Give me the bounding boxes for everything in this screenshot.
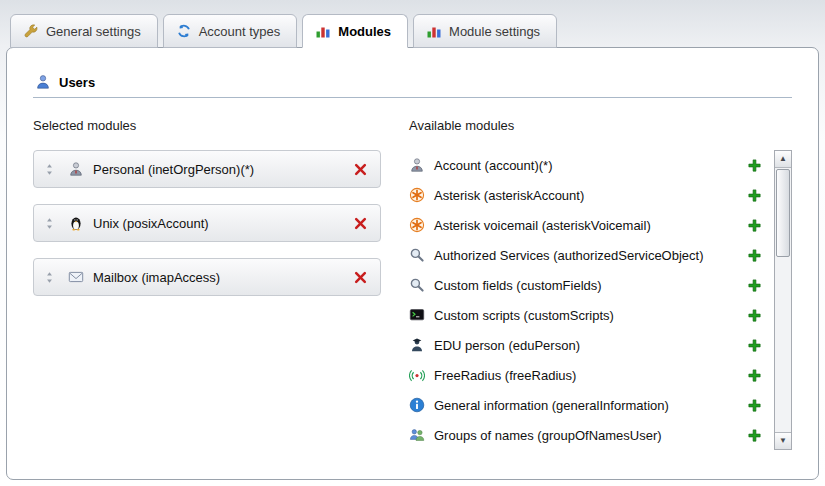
scrollbar-track[interactable] [775,168,791,432]
wrench-icon [23,23,39,39]
available-module-label: Custom scripts (customScripts) [434,308,738,323]
tab-general-settings[interactable]: General settings [10,14,158,48]
plus-icon [747,428,762,443]
person-icon [409,157,425,173]
available-module-label: Account (account)(*) [434,158,738,173]
tab-label: Module settings [449,24,540,39]
available-module-account: Account (account)(*) [409,150,762,180]
available-module-edu-person: EDU person (eduPerson) [409,330,762,360]
delete-x-icon [353,216,368,231]
vertical-scrollbar[interactable]: ▲ ▼ [774,150,792,450]
add-module-button[interactable] [747,308,762,323]
plus-icon [747,338,762,353]
penguin-icon [68,215,84,231]
add-module-button[interactable] [747,278,762,293]
delete-x-icon [353,162,368,177]
selected-module-label: Personal (inetOrgPerson)(*) [93,162,254,177]
available-module-label: FreeRadius (freeRadius) [434,368,738,383]
chart-icon [426,23,442,39]
available-module-authorized-services: Authorized Services (authorizedServiceOb… [409,240,762,270]
magnifier-icon [409,277,425,293]
tab-module-settings[interactable]: Module settings [413,14,557,48]
plus-icon [747,278,762,293]
available-module-label: General information (generalInformation) [434,398,738,413]
tab-label: Account types [199,24,281,39]
add-module-button[interactable] [747,248,762,263]
add-module-button[interactable] [747,338,762,353]
mail-icon [68,269,84,285]
available-module-general-information: General information (generalInformation) [409,390,762,420]
available-module-custom-fields: Custom fields (customFields) [409,270,762,300]
available-module-label: Authorized Services (authorizedServiceOb… [434,248,738,263]
selected-module-personal[interactable]: Personal (inetOrgPerson)(*) [33,150,381,188]
delete-x-icon [353,270,368,285]
available-module-asterisk: Asterisk (asteriskAccount) [409,180,762,210]
add-module-button[interactable] [747,368,762,383]
plus-icon [747,218,762,233]
remove-module-button[interactable] [353,270,368,285]
plus-icon [747,368,762,383]
plus-icon [747,248,762,263]
tab-account-types[interactable]: Account types [163,14,298,48]
selected-module-label: Unix (posixAccount) [93,216,209,231]
plus-icon [747,398,762,413]
available-module-asterisk-voicemail: Asterisk voicemail (asteriskVoicemail) [409,210,762,240]
available-modules-column: Available modules Account (account)(*) [409,118,792,450]
plus-icon [747,188,762,203]
scrollbar-thumb[interactable] [776,169,790,257]
person-icon [68,161,84,177]
asterisk-icon [409,187,425,203]
available-module-label: EDU person (eduPerson) [434,338,738,353]
selected-module-unix[interactable]: Unix (posixAccount) [33,204,381,242]
remove-module-button[interactable] [353,216,368,231]
available-modules-area: Account (account)(*) Asterisk (asteriskA… [409,150,792,450]
graduate-person-icon [409,337,425,353]
available-module-groups-of-names: Groups of names (groupOfNamesUser) [409,420,762,450]
tab-modules[interactable]: Modules [302,14,408,48]
drag-handle-icon[interactable] [43,217,56,230]
available-modules-heading: Available modules [409,118,792,133]
selected-module-mailbox[interactable]: Mailbox (imapAccess) [33,258,381,296]
modules-panel: Users Selected modules Personal (inetOrg… [6,47,819,480]
selected-module-label: Mailbox (imapAccess) [93,270,220,285]
remove-module-button[interactable] [353,162,368,177]
tab-bar: General settings Account types Modules M… [6,11,819,47]
selected-modules-heading: Selected modules [33,118,381,133]
available-module-label: Groups of names (groupOfNamesUser) [434,428,738,443]
group-icon [409,427,425,443]
lam-configuration-page: General settings Account types Modules M… [0,0,825,486]
section-title: Users [59,75,95,90]
tab-label: General settings [46,24,141,39]
info-icon [409,397,425,413]
scroll-down-button[interactable]: ▼ [775,432,791,449]
tab-label: Modules [338,24,391,39]
refresh-icon [176,23,192,39]
add-module-button[interactable] [747,188,762,203]
add-module-button[interactable] [747,398,762,413]
asterisk-icon [409,217,425,233]
terminal-icon [409,307,425,323]
drag-handle-icon[interactable] [43,271,56,284]
users-section-heading: Users [33,48,792,98]
available-module-label: Asterisk (asteriskAccount) [434,188,738,203]
plus-icon [747,308,762,323]
available-module-label: Custom fields (customFields) [434,278,738,293]
modules-columns: Selected modules Personal (inetOrgPerson… [33,118,792,450]
available-modules-list: Account (account)(*) Asterisk (asteriskA… [409,150,762,450]
selected-modules-column: Selected modules Personal (inetOrgPerson… [33,118,381,450]
available-module-freeradius: FreeRadius (freeRadius) [409,360,762,390]
add-module-button[interactable] [747,218,762,233]
add-module-button[interactable] [747,428,762,443]
chart-icon [315,23,331,39]
user-icon [35,74,51,90]
drag-handle-icon[interactable] [43,163,56,176]
plus-icon [747,158,762,173]
available-module-label: Asterisk voicemail (asteriskVoicemail) [434,218,738,233]
scroll-up-button[interactable]: ▲ [775,151,791,168]
magnifier-icon [409,247,425,263]
add-module-button[interactable] [747,158,762,173]
available-module-custom-scripts: Custom scripts (customScripts) [409,300,762,330]
radio-icon [409,367,425,383]
